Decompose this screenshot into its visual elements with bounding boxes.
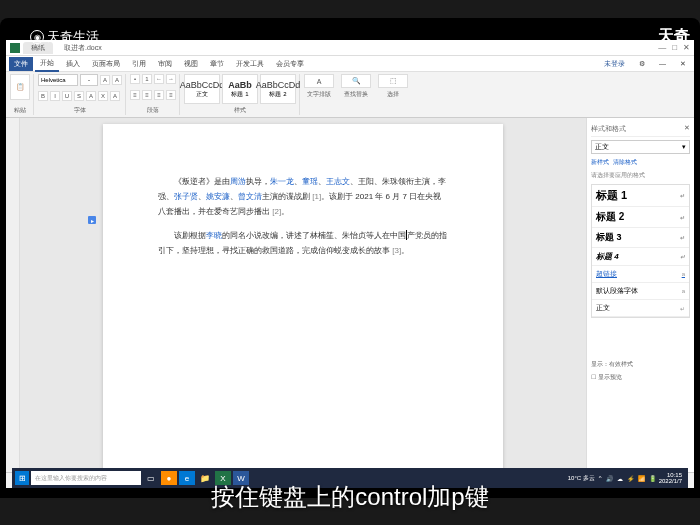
account-label[interactable]: 未登录 [599, 57, 630, 71]
align-justify-button[interactable]: ≡ [166, 90, 176, 100]
style-item-h3[interactable]: 标题 3↵ [592, 228, 689, 248]
align-right-button[interactable]: ≡ [154, 90, 164, 100]
bullet-button[interactable]: • [130, 74, 140, 84]
panel-close-button[interactable]: ✕ [684, 124, 690, 134]
style-h1[interactable]: AaBb标题 1 [222, 74, 258, 104]
clear-format-button[interactable]: 清除格式 [613, 158, 637, 167]
menubar: 文件 开始 插入 页面布局 引用 审阅 视图 章节 开发工具 会员专享 未登录 … [6, 56, 694, 72]
insert-sidebar-mark: ▸ [88, 216, 96, 224]
align-center-button[interactable]: ≡ [142, 90, 152, 100]
indent-inc-button[interactable]: → [166, 74, 176, 84]
dec-size-button[interactable]: A [112, 75, 122, 85]
menu-file[interactable]: 文件 [9, 57, 33, 71]
menu-insert[interactable]: 插入 [61, 57, 85, 71]
video-watermark-right: 天奇 [658, 26, 690, 47]
number-button[interactable]: 1 [142, 74, 152, 84]
style-group-label: 样式 [184, 106, 296, 115]
menu-view[interactable]: 视图 [179, 57, 203, 71]
font-color-button[interactable]: A [86, 91, 96, 101]
video-subtitle: 按住键盘上的control加p键 [0, 481, 700, 513]
clipboard-label: 粘贴 [10, 106, 30, 115]
menu-dev[interactable]: 开发工具 [231, 57, 269, 71]
paragraph-2: 该剧根据李晓的同名小说改编，讲述了林楠笙、朱怡贞等人在中国产党员的指引下，坚持理… [158, 228, 448, 258]
para-group-label: 段落 [130, 106, 176, 115]
paragraph-1: 《叛逆者》是由周游执导，朱一龙、童瑶、王志文、王阳、朱珠领衔主演，李强、张子贤、… [158, 174, 448, 220]
font-group-label: 字体 [38, 106, 122, 115]
style-item-h2[interactable]: 标题 2↵ [592, 207, 689, 228]
app-icon [10, 43, 20, 53]
underline-button[interactable]: U [62, 91, 72, 101]
menu-vip[interactable]: 会员专享 [271, 57, 309, 71]
show-mode-select[interactable]: 显示：有效样式 [591, 358, 690, 371]
font-select[interactable]: Helvetica [38, 74, 78, 86]
style-normal[interactable]: AaBbCcDd正文 [184, 74, 220, 104]
menu-home[interactable]: 开始 [35, 56, 59, 72]
ribbon-min-button[interactable]: — [654, 58, 671, 69]
page[interactable]: 《叛逆者》是由周游执导，朱一龙、童瑶、王志文、王阳、朱珠领衔主演，李强、张子贤、… [103, 124, 503, 472]
bold-button[interactable]: B [38, 91, 48, 101]
style-item-default[interactable]: 默认段落字体a [592, 283, 689, 300]
paste-button[interactable]: 📋 [10, 74, 30, 100]
style-item-h4[interactable]: 标题 4↵ [592, 248, 689, 266]
preview-checkbox[interactable]: ☐ 显示预览 [591, 371, 690, 384]
menu-layout[interactable]: 页面布局 [87, 57, 125, 71]
new-style-button[interactable]: 新样式 [591, 158, 609, 167]
find-replace-button[interactable]: 🔍 [341, 74, 371, 88]
menu-references[interactable]: 引用 [127, 57, 151, 71]
style-item-normal[interactable]: 正文↵ [592, 300, 689, 317]
inc-size-button[interactable]: A [100, 75, 110, 85]
menu-sections[interactable]: 章节 [205, 57, 229, 71]
current-style-select[interactable]: 正文▾ [591, 140, 690, 154]
style-item-link[interactable]: 超链接a [592, 266, 689, 283]
indent-dec-button[interactable]: ← [154, 74, 164, 84]
style-item-h1[interactable]: 标题 1↵ [592, 185, 689, 207]
highlight-button[interactable]: X [98, 91, 108, 101]
text-effect-button[interactable]: A [110, 91, 120, 101]
strike-button[interactable]: S [74, 91, 84, 101]
style-h2[interactable]: AaBbCcDd标题 2 [260, 74, 296, 104]
select-button[interactable]: ⬚ [378, 74, 408, 88]
settings-icon[interactable]: ⚙ [634, 58, 650, 70]
vertical-ruler [6, 118, 20, 472]
text-layout-button[interactable]: A [304, 74, 334, 88]
watermark-icon: ◉ [30, 30, 44, 44]
video-watermark: ◉ 天奇生活 [30, 28, 99, 46]
panel-note: 请选择要应用的格式 [591, 171, 690, 180]
titlebar: 稿纸 取进者.docx — □ ✕ [6, 40, 694, 56]
align-left-button[interactable]: ≡ [130, 90, 140, 100]
style-list: 标题 1↵ 标题 2↵ 标题 3↵ 标题 4↵ 超链接a 默认段落字体a 正文↵ [591, 184, 690, 318]
panel-title: 样式和格式 [591, 124, 626, 134]
menu-review[interactable]: 审阅 [153, 57, 177, 71]
document-area[interactable]: ▸ 《叛逆者》是由周游执导，朱一龙、童瑶、王志文、王阳、朱珠领衔主演，李强、张子… [20, 118, 586, 472]
ribbon: 📋 粘贴 Helvetica - A A B I U S A X A 字体 [6, 72, 694, 118]
size-select[interactable]: - [80, 74, 98, 86]
styles-panel: 样式和格式 ✕ 正文▾ 新样式 清除格式 请选择要应用的格式 标题 1↵ 标题 … [586, 118, 694, 472]
italic-button[interactable]: I [50, 91, 60, 101]
ribbon-close-button[interactable]: ✕ [675, 58, 691, 70]
